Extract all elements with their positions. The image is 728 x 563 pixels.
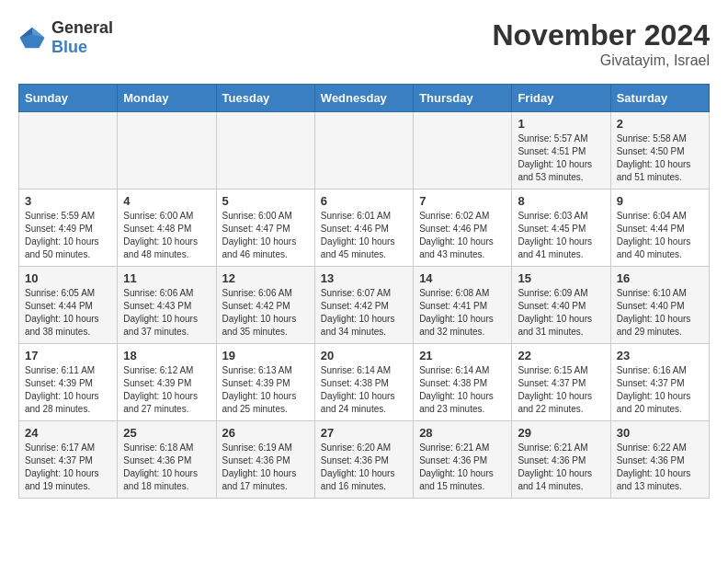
day-number: 20 [321, 349, 407, 362]
calendar-cell: 17Sunrise: 6:11 AM Sunset: 4:39 PM Dayli… [19, 344, 118, 421]
calendar-table: SundayMondayTuesdayWednesdayThursdayFrid… [18, 84, 710, 499]
calendar-cell: 5Sunrise: 6:00 AM Sunset: 4:47 PM Daylig… [216, 190, 314, 267]
weekday-header-tuesday: Tuesday [216, 85, 314, 112]
weekday-header-friday: Friday [512, 85, 610, 112]
day-info: Sunrise: 5:57 AM Sunset: 4:51 PM Dayligh… [518, 132, 604, 184]
calendar-cell: 13Sunrise: 6:07 AM Sunset: 4:42 PM Dayli… [314, 267, 413, 344]
logo-general: General [51, 18, 113, 37]
day-number: 2 [617, 117, 703, 131]
calendar-cell: 24Sunrise: 6:17 AM Sunset: 4:37 PM Dayli… [19, 421, 118, 499]
calendar-cell: 19Sunrise: 6:13 AM Sunset: 4:39 PM Dayli… [216, 344, 314, 421]
calendar-cell: 20Sunrise: 6:14 AM Sunset: 4:38 PM Dayli… [314, 344, 413, 421]
day-number: 3 [25, 194, 111, 208]
day-number: 22 [518, 349, 604, 362]
title-block: November 2024 Givatayim, Israel [492, 18, 710, 69]
day-number: 26 [222, 426, 309, 440]
calendar-cell [216, 112, 314, 190]
calendar-cell: 4Sunrise: 6:00 AM Sunset: 4:48 PM Daylig… [118, 190, 216, 267]
day-number: 11 [123, 271, 210, 285]
location: Givatayim, Israel [492, 52, 710, 69]
calendar-cell [118, 112, 216, 190]
calendar-cell: 18Sunrise: 6:12 AM Sunset: 4:39 PM Dayli… [118, 344, 216, 421]
day-info: Sunrise: 6:11 AM Sunset: 4:39 PM Dayligh… [25, 364, 111, 416]
day-info: Sunrise: 6:07 AM Sunset: 4:42 PM Dayligh… [321, 287, 407, 339]
calendar-cell: 29Sunrise: 6:21 AM Sunset: 4:36 PM Dayli… [512, 421, 610, 499]
day-number: 7 [419, 194, 506, 208]
day-number: 25 [123, 426, 210, 440]
day-number: 8 [518, 194, 604, 208]
day-info: Sunrise: 6:16 AM Sunset: 4:37 PM Dayligh… [617, 364, 703, 416]
day-number: 27 [321, 426, 407, 440]
calendar-cell: 28Sunrise: 6:21 AM Sunset: 4:36 PM Dayli… [414, 421, 512, 499]
day-info: Sunrise: 6:09 AM Sunset: 4:40 PM Dayligh… [518, 287, 604, 339]
day-number: 13 [321, 271, 407, 285]
day-info: Sunrise: 6:14 AM Sunset: 4:38 PM Dayligh… [321, 364, 407, 416]
day-info: Sunrise: 6:17 AM Sunset: 4:37 PM Dayligh… [25, 442, 111, 493]
weekday-header-sunday: Sunday [19, 85, 118, 112]
calendar-body: 1Sunrise: 5:57 AM Sunset: 4:51 PM Daylig… [19, 112, 710, 499]
day-info: Sunrise: 5:58 AM Sunset: 4:50 PM Dayligh… [617, 132, 703, 184]
day-number: 24 [25, 426, 111, 440]
weekday-header-wednesday: Wednesday [314, 85, 413, 112]
day-info: Sunrise: 6:04 AM Sunset: 4:44 PM Dayligh… [617, 210, 703, 261]
day-number: 1 [518, 117, 604, 131]
day-info: Sunrise: 6:01 AM Sunset: 4:46 PM Dayligh… [321, 210, 407, 261]
calendar-cell [414, 112, 512, 190]
day-number: 12 [222, 271, 309, 285]
calendar-cell: 2Sunrise: 5:58 AM Sunset: 4:50 PM Daylig… [610, 112, 709, 190]
day-number: 15 [518, 271, 604, 285]
day-number: 6 [321, 194, 407, 208]
calendar-cell: 11Sunrise: 6:06 AM Sunset: 4:43 PM Dayli… [118, 267, 216, 344]
calendar-cell: 8Sunrise: 6:03 AM Sunset: 4:45 PM Daylig… [512, 190, 610, 267]
calendar-header: SundayMondayTuesdayWednesdayThursdayFrid… [19, 85, 710, 112]
day-info: Sunrise: 6:08 AM Sunset: 4:41 PM Dayligh… [419, 287, 506, 339]
day-info: Sunrise: 6:21 AM Sunset: 4:36 PM Dayligh… [518, 442, 604, 493]
day-number: 10 [25, 271, 111, 285]
day-info: Sunrise: 6:12 AM Sunset: 4:39 PM Dayligh… [123, 364, 210, 416]
day-number: 14 [419, 271, 506, 285]
calendar-cell: 10Sunrise: 6:05 AM Sunset: 4:44 PM Dayli… [19, 267, 118, 344]
calendar-cell: 14Sunrise: 6:08 AM Sunset: 4:41 PM Dayli… [414, 267, 512, 344]
calendar-week-row: 10Sunrise: 6:05 AM Sunset: 4:44 PM Dayli… [19, 267, 710, 344]
day-info: Sunrise: 6:14 AM Sunset: 4:38 PM Dayligh… [419, 364, 506, 416]
day-number: 18 [123, 349, 210, 362]
logo-text: General Blue [51, 18, 113, 57]
day-number: 4 [123, 194, 210, 208]
logo-blue: Blue [51, 38, 87, 56]
day-number: 9 [617, 194, 703, 208]
calendar-cell: 12Sunrise: 6:06 AM Sunset: 4:42 PM Dayli… [216, 267, 314, 344]
day-info: Sunrise: 6:06 AM Sunset: 4:43 PM Dayligh… [123, 287, 210, 339]
calendar-cell: 30Sunrise: 6:22 AM Sunset: 4:36 PM Dayli… [610, 421, 709, 499]
calendar-week-row: 24Sunrise: 6:17 AM Sunset: 4:37 PM Dayli… [19, 421, 710, 499]
page-header: General Blue November 2024 Givatayim, Is… [18, 18, 710, 69]
day-info: Sunrise: 6:15 AM Sunset: 4:37 PM Dayligh… [518, 364, 604, 416]
calendar-week-row: 3Sunrise: 5:59 AM Sunset: 4:49 PM Daylig… [19, 190, 710, 267]
calendar-cell: 1Sunrise: 5:57 AM Sunset: 4:51 PM Daylig… [512, 112, 610, 190]
day-number: 28 [419, 426, 506, 440]
calendar-week-row: 17Sunrise: 6:11 AM Sunset: 4:39 PM Dayli… [19, 344, 710, 421]
day-number: 30 [617, 426, 703, 440]
calendar-cell [19, 112, 118, 190]
day-info: Sunrise: 5:59 AM Sunset: 4:49 PM Dayligh… [25, 210, 111, 261]
day-number: 19 [222, 349, 309, 362]
logo: General Blue [18, 18, 113, 57]
day-info: Sunrise: 6:21 AM Sunset: 4:36 PM Dayligh… [419, 442, 506, 493]
logo-icon [18, 24, 46, 52]
day-number: 17 [25, 349, 111, 362]
month-title: November 2024 [492, 18, 710, 52]
day-info: Sunrise: 6:19 AM Sunset: 4:36 PM Dayligh… [222, 442, 309, 493]
calendar-cell: 27Sunrise: 6:20 AM Sunset: 4:36 PM Dayli… [314, 421, 413, 499]
day-info: Sunrise: 6:06 AM Sunset: 4:42 PM Dayligh… [222, 287, 309, 339]
day-number: 21 [419, 349, 506, 362]
day-info: Sunrise: 6:13 AM Sunset: 4:39 PM Dayligh… [222, 364, 309, 416]
day-info: Sunrise: 6:22 AM Sunset: 4:36 PM Dayligh… [617, 442, 703, 493]
day-info: Sunrise: 6:03 AM Sunset: 4:45 PM Dayligh… [518, 210, 604, 261]
calendar-cell: 3Sunrise: 5:59 AM Sunset: 4:49 PM Daylig… [19, 190, 118, 267]
calendar-cell: 23Sunrise: 6:16 AM Sunset: 4:37 PM Dayli… [610, 344, 709, 421]
weekday-header-saturday: Saturday [610, 85, 709, 112]
day-info: Sunrise: 6:02 AM Sunset: 4:46 PM Dayligh… [419, 210, 506, 261]
day-number: 29 [518, 426, 604, 440]
weekday-header-thursday: Thursday [414, 85, 512, 112]
calendar-week-row: 1Sunrise: 5:57 AM Sunset: 4:51 PM Daylig… [19, 112, 710, 190]
day-info: Sunrise: 6:05 AM Sunset: 4:44 PM Dayligh… [25, 287, 111, 339]
